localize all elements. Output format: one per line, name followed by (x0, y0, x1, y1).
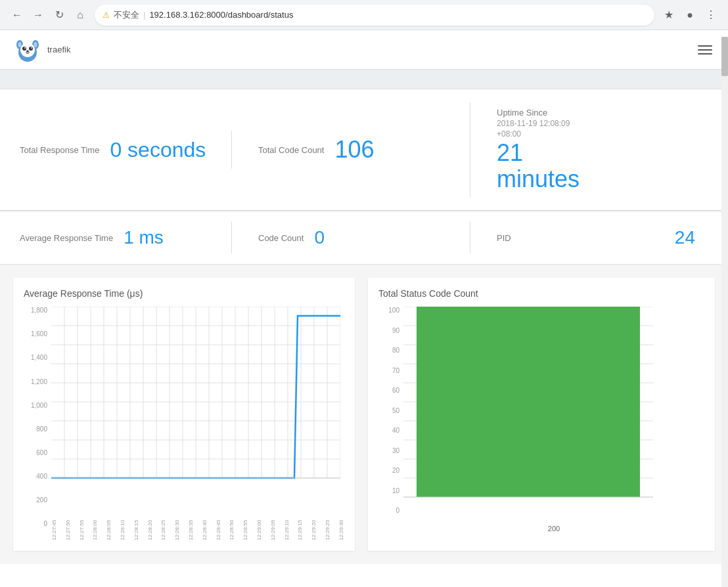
x-label-19: 12:29:20 (311, 501, 317, 540)
bar-y-10: 10 (378, 487, 399, 494)
scrollbar-track[interactable] (721, 37, 728, 587)
bar-y-90: 90 (378, 327, 399, 334)
x-label-11: 12:28:40 (202, 501, 208, 540)
x-label-14: 12:28:55 (242, 501, 248, 540)
bar-y-30: 30 (378, 447, 399, 454)
y-label-1200: 1,200 (24, 378, 47, 385)
hamburger-line-3 (698, 53, 712, 54)
x-label-10: 12:28:35 (188, 501, 194, 540)
svg-point-8 (26, 50, 29, 52)
bar-x-axis: 200 (403, 522, 704, 534)
charts-section: Average Response Time (μs) 1,800 1,600 1… (0, 265, 728, 564)
svg-point-5 (29, 47, 33, 51)
x-label-9: 12:28:30 (174, 501, 180, 540)
uptime-label-area: Uptime Since 2018-11-19 12:08:09 +08:00 (497, 108, 570, 139)
app-header: traefik (0, 30, 728, 70)
stat-total-code-count: Total Code Count 106 (231, 131, 470, 169)
bar-y-100: 100 (378, 307, 399, 314)
x-label-12: 12:28:45 (216, 501, 221, 540)
security-icon: ⚠ (102, 11, 110, 20)
account-button[interactable]: ● (681, 6, 699, 24)
uptime-unit: minutes (497, 165, 580, 192)
bar-chart-svg (403, 307, 653, 517)
stat-pid: PID 24 (470, 222, 708, 253)
pid-label: PID (497, 233, 511, 243)
x-label-20: 12:29:25 (325, 501, 330, 540)
stats-row-bottom: Average Response Time 1 ms Code Count 0 … (20, 222, 708, 253)
hamburger-line-2 (698, 49, 712, 51)
x-label-17: 12:29:10 (284, 501, 290, 540)
uptime-number: 21 (497, 139, 523, 166)
separator: | (143, 10, 145, 20)
code-count-label: Code Count (258, 233, 304, 243)
x-label-0: 12:27:45 (51, 501, 57, 540)
x-axis-labels: 12:27:45 12:27:50 12:27:55 12:28:00 12:2… (51, 501, 344, 540)
bar-chart-title: Total Status Code Count (378, 288, 704, 299)
bar-200 (417, 307, 640, 497)
svg-point-6 (24, 47, 26, 49)
url-text: 192.168.3.162:8000/dashboard/status (149, 10, 647, 20)
browser-actions: ★ ● ⋮ (660, 6, 720, 24)
logo-image (13, 35, 42, 64)
y-label-600: 600 (24, 449, 47, 456)
nav-strip (0, 70, 728, 89)
pid-value: 24 (675, 227, 695, 248)
bar-chart-card: Total Status Code Count 100 90 80 70 60 … (368, 278, 715, 551)
x-label-8: 12:28:25 (160, 501, 166, 540)
y-axis-labels: 1,800 1,600 1,400 1,200 1,000 800 600 40… (24, 307, 51, 540)
y-label-0: 0 (24, 520, 47, 527)
x-label-18: 12:29:15 (297, 501, 303, 540)
avg-response-time-label: Average Response Time (20, 233, 113, 243)
total-response-time-label: Total Response Time (20, 145, 99, 155)
bar-y-50: 50 (378, 407, 399, 414)
svg-point-10 (34, 42, 37, 47)
x-label-4: 12:28:05 (106, 501, 112, 540)
hamburger-button[interactable] (695, 43, 715, 57)
svg-point-4 (22, 47, 26, 51)
logo-area: traefik (13, 35, 70, 64)
menu-button[interactable]: ⋮ (702, 6, 720, 24)
app-container: traefik Total Response Time 0 seconds To… (0, 30, 728, 587)
stat-avg-response-time: Average Response Time 1 ms (20, 222, 231, 253)
uptime-value: 21 minutes (497, 140, 580, 192)
bar-y-80: 80 (378, 347, 399, 354)
svg-point-9 (18, 42, 22, 47)
uptime-label: Uptime Since (497, 108, 570, 118)
y-label-1800: 1,800 (24, 307, 47, 314)
back-button[interactable]: ← (8, 6, 26, 24)
home-button[interactable]: ⌂ (71, 6, 89, 24)
x-label-5: 12:28:10 (120, 501, 125, 540)
bar-x-label-200: 200 (548, 525, 560, 533)
bar-y-20: 20 (378, 467, 399, 474)
line-chart-area: 1,800 1,600 1,400 1,200 1,000 800 600 40… (24, 307, 344, 540)
line-chart-svg (51, 307, 340, 497)
bar-y-60: 60 (378, 387, 399, 394)
bar-y-0: 0 (378, 507, 399, 514)
bar-chart-svg-container: 200 (403, 307, 704, 534)
bar-y-70: 70 (378, 367, 399, 374)
bar-y-40: 40 (378, 427, 399, 434)
line-chart-title: Average Response Time (μs) (24, 288, 344, 299)
y-label-1400: 1,400 (24, 354, 47, 361)
x-label-13: 12:28:50 (229, 501, 235, 540)
y-label-1600: 1,600 (24, 330, 47, 337)
security-label: 不安全 (114, 9, 139, 21)
code-count-value: 0 (314, 227, 325, 248)
forward-button[interactable]: → (29, 6, 47, 24)
x-label-3: 12:28:00 (92, 501, 98, 540)
x-label-7: 12:28:20 (147, 501, 153, 540)
y-label-200: 200 (24, 496, 47, 504)
address-bar[interactable]: ⚠ 不安全 | 192.168.3.162:8000/dashboard/sta… (95, 5, 654, 26)
total-code-count-value: 106 (334, 136, 374, 163)
y-label-800: 800 (24, 425, 47, 433)
total-response-time-value: 0 seconds (110, 138, 206, 162)
refresh-button[interactable]: ↻ (50, 6, 68, 24)
bookmark-button[interactable]: ★ (660, 6, 678, 24)
scrollbar-thumb[interactable] (721, 37, 728, 76)
svg-point-3 (20, 43, 35, 57)
stat-uptime: Uptime Since 2018-11-19 12:08:09 +08:00 … (470, 102, 708, 197)
x-label-2: 12:27:55 (79, 501, 85, 540)
svg-point-7 (31, 47, 32, 49)
total-code-count-label: Total Code Count (258, 145, 324, 155)
x-label-1: 12:27:50 (65, 501, 71, 540)
